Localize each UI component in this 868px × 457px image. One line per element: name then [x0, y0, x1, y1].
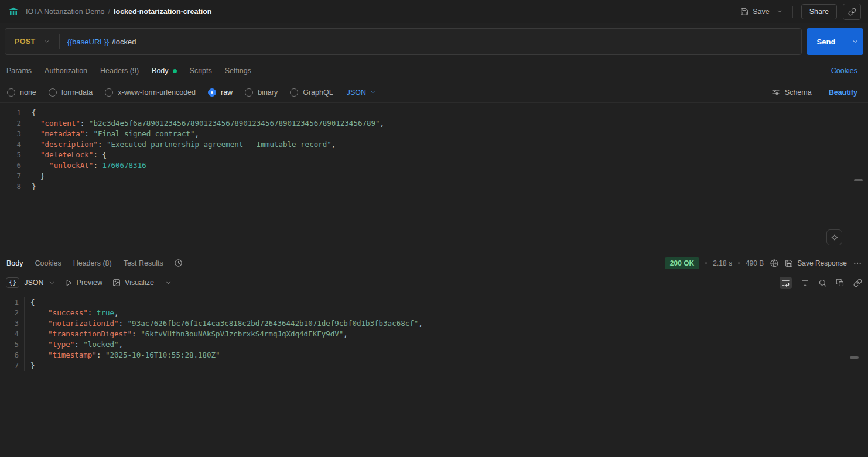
raw-format-selector[interactable]: JSON [347, 88, 376, 97]
body-type-none[interactable]: none [7, 88, 36, 97]
code-line: 7 } [0, 171, 868, 181]
code-line: 5 "type": "locked", [0, 339, 868, 350]
globe-icon [770, 259, 779, 268]
response-tab-headers[interactable]: Headers (8) [67, 253, 118, 273]
code-line: 6 "unlockAt": 1760678316 [0, 160, 868, 171]
view-options-button[interactable] [164, 279, 173, 287]
body-type-binary[interactable]: binary [245, 88, 278, 97]
schema-button[interactable]: Schema [771, 88, 812, 97]
save-response-button[interactable]: Save Response [785, 259, 847, 267]
radio-icon [245, 88, 253, 97]
chevron-down-icon [165, 280, 172, 286]
url-variable: {{baseURL}} [67, 37, 110, 46]
wrap-text-button[interactable] [780, 277, 792, 289]
response-body-editor[interactable]: 1{2 "success": true,3 "notarizationId": … [0, 293, 868, 457]
code-line: 3 "notarizationId": "93ac7626fbc76f1c14c… [0, 318, 868, 329]
tab-settings[interactable]: Settings [218, 60, 258, 82]
method-label: POST [15, 37, 36, 46]
url-input[interactable]: {{baseURL}} /locked [60, 37, 801, 46]
sliders-icon [771, 88, 780, 97]
response-history-button[interactable] [169, 259, 187, 267]
save-button[interactable]: Save [740, 8, 770, 16]
breadcrumb-request-name[interactable]: locked-notarization-creation [114, 8, 211, 16]
body-type-label: x-www-form-urlencoded [118, 88, 196, 97]
tab-params[interactable]: Params [5, 60, 38, 82]
tab-body[interactable]: Body [145, 60, 183, 82]
body-type-row: none form-data x-www-form-urlencoded raw… [0, 82, 868, 103]
copy-button[interactable] [836, 279, 845, 287]
body-type-form-data[interactable]: form-data [49, 88, 93, 97]
meta-separator-dot [738, 262, 740, 264]
save-options-button[interactable] [775, 7, 784, 16]
code-line: 4 "description": "Executed partnership a… [0, 139, 868, 150]
body-type-label: raw [221, 88, 233, 97]
response-link-button[interactable] [853, 279, 862, 287]
response-tab-body[interactable]: Body [5, 253, 29, 273]
filter-button[interactable] [801, 279, 809, 287]
tab-authorization[interactable]: Authorization [38, 60, 94, 82]
radio-icon [7, 88, 15, 97]
line-number: 2 [0, 118, 21, 129]
status-badge: 200 OK [665, 257, 699, 269]
network-info-button[interactable] [770, 259, 779, 268]
save-response-label: Save Response [797, 259, 847, 267]
visualize-label: Visualize [125, 279, 154, 287]
request-scroll-handle[interactable] [854, 179, 863, 181]
chevron-down-icon [49, 280, 55, 286]
visualize-button[interactable]: Visualize [112, 279, 154, 287]
body-type-label: binary [258, 88, 278, 97]
line-number: 3 [0, 318, 25, 329]
tab-scripts[interactable]: Scripts [183, 60, 218, 82]
beautify-link[interactable]: Beautify [829, 88, 857, 97]
filter-icon [801, 279, 809, 287]
code-line: 4 "transactionDigest": "6kfvVHfhn3ouNAkS… [0, 329, 868, 339]
body-type-raw[interactable]: raw [208, 88, 233, 97]
breadcrumb-separator: / [108, 8, 110, 16]
radio-icon [290, 88, 298, 97]
send-options-button[interactable] [846, 28, 863, 55]
share-button[interactable]: Share [801, 4, 837, 19]
schema-label: Schema [785, 88, 812, 97]
body-modified-dot [173, 69, 177, 73]
line-number: 4 [0, 329, 25, 339]
braces-icon: {} [6, 277, 19, 288]
response-time: 2.18 s [713, 259, 732, 267]
tab-headers[interactable]: Headers (9) [94, 60, 145, 82]
search-button[interactable] [818, 279, 827, 287]
format-label: JSON [347, 88, 366, 97]
body-type-x-www-form-urlencoded[interactable]: x-www-form-urlencoded [105, 88, 196, 97]
request-body-editor[interactable]: 1{2 "content": "b2c3d4e5f6a7890123456789… [0, 103, 868, 253]
line-number: 6 [0, 350, 25, 360]
play-icon [65, 279, 73, 287]
postbot-button[interactable] [826, 229, 842, 245]
send-button[interactable]: Send [807, 28, 846, 55]
line-number: 3 [0, 129, 21, 139]
line-number: 8 [0, 181, 21, 192]
radio-icon-selected [208, 88, 216, 97]
method-selector[interactable]: POST [5, 29, 59, 54]
response-tab-test-results[interactable]: Test Results [118, 253, 169, 273]
response-header: Body Cookies Headers (8) Test Results 20… [0, 253, 868, 273]
app-logo-icon [7, 5, 20, 18]
copy-link-button[interactable] [843, 4, 861, 20]
line-number: 2 [0, 308, 25, 318]
line-number: 1 [0, 108, 21, 118]
chevron-down-icon [43, 37, 51, 46]
code-line: 6 "timestamp": "2025-10-16T10:55:28.180Z… [0, 350, 868, 360]
code-line: 1{ [0, 297, 868, 308]
code-line: 7} [0, 360, 868, 371]
breadcrumb-workspace[interactable]: IOTA Notarization Demo [26, 8, 105, 16]
line-number: 5 [0, 150, 21, 160]
response-tab-cookies[interactable]: Cookies [29, 253, 67, 273]
request-url-row: POST {{baseURL}} /locked Send [0, 23, 868, 60]
radio-icon [49, 88, 57, 97]
body-type-graphql[interactable]: GraphQL [290, 88, 333, 97]
code-line: 1{ [0, 108, 868, 118]
response-format-selector[interactable]: {} JSON [6, 277, 55, 288]
cookies-link[interactable]: Cookies [831, 67, 857, 75]
preview-button[interactable]: Preview [65, 279, 102, 287]
response-scroll-handle[interactable] [850, 356, 859, 359]
link-icon [853, 279, 862, 287]
more-actions-button[interactable] [853, 259, 862, 268]
code-line: 2 "content": "b2c3d4e5f6a789012345678901… [0, 118, 868, 129]
